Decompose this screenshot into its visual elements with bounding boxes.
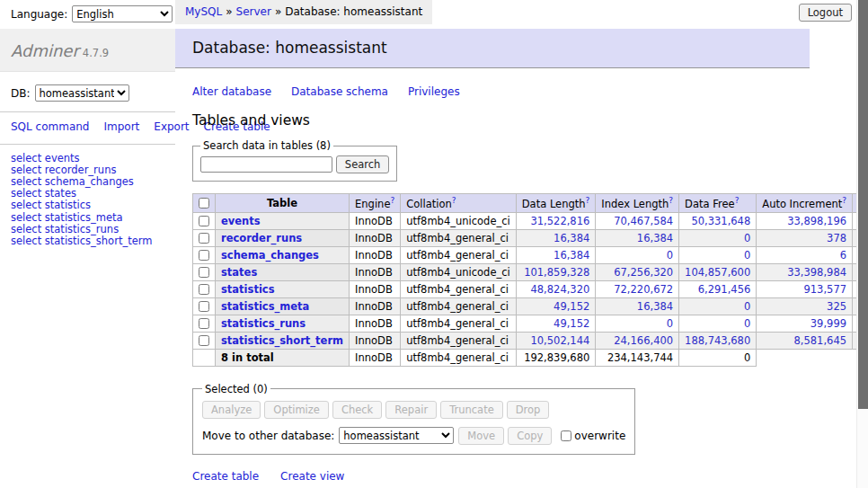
data-length-value[interactable]: 49,152: [554, 300, 589, 313]
row-checkbox-statistics_short_term[interactable]: [199, 335, 209, 346]
index-length-value[interactable]: 0: [667, 317, 673, 330]
table-link-events[interactable]: events: [221, 215, 261, 227]
data-free-value[interactable]: 0: [744, 232, 750, 244]
selected-repair-button: Repair: [385, 401, 437, 419]
column-help-link[interactable]: ?: [586, 196, 590, 205]
breadcrumb-server-link[interactable]: Server: [236, 5, 271, 18]
collation-cell: utf8mb4_general_ci: [401, 297, 517, 315]
select-all-checkbox[interactable]: [199, 198, 209, 209]
table-link-statistics_meta[interactable]: statistics_meta: [221, 300, 309, 313]
data-length-value[interactable]: 10,502,144: [530, 334, 589, 347]
data-length-value[interactable]: 16,384: [554, 249, 589, 262]
search-button[interactable]: Search: [336, 155, 390, 173]
table-link-statistics_runs[interactable]: statistics_runs: [221, 317, 306, 330]
table-name-cell: recorder_runs: [216, 229, 350, 246]
table-link-recorder_runs[interactable]: recorder_runs: [221, 232, 302, 244]
total-index-length-cell: 234,143,744: [596, 349, 679, 366]
table-link-schema_changes[interactable]: schema_changes: [221, 249, 319, 262]
engine-cell: InnoDB: [350, 212, 401, 229]
engine-cell: InnoDB: [350, 297, 401, 315]
index-length-value[interactable]: 67,256,320: [614, 266, 673, 279]
row-checkbox-statistics_meta[interactable]: [199, 301, 209, 312]
row-checkbox-cell: [193, 263, 216, 280]
sidebar-item-select-statistics-meta[interactable]: select statistics_meta: [11, 212, 164, 224]
language-row: Language:English: [0, 0, 175, 22]
data-free-value[interactable]: 188,743,680: [685, 334, 750, 347]
row-checkbox-events[interactable]: [199, 216, 209, 226]
index-length-value[interactable]: 16,384: [637, 300, 673, 313]
auto-increment-cell: 39,999: [757, 315, 853, 332]
language-select[interactable]: English: [72, 5, 173, 22]
auto-increment-value[interactable]: 33,398,984: [787, 266, 846, 279]
breadcrumb-separator: »: [226, 5, 232, 18]
row-checkbox-schema_changes[interactable]: [199, 250, 209, 261]
link-create-table[interactable]: Create table: [192, 470, 259, 483]
data-free-value[interactable]: 0: [744, 317, 750, 330]
table-row-statistics: statisticsInnoDButf8mb4_general_ci48,824…: [193, 280, 868, 297]
index-length-value[interactable]: 24,166,400: [614, 334, 673, 347]
auto-increment-value[interactable]: 378: [827, 232, 846, 244]
row-checkbox-states[interactable]: [199, 267, 209, 278]
data-free-cell: 0: [679, 297, 757, 315]
database-action-links: Alter databaseDatabase schemaPrivileges: [192, 85, 810, 98]
column-help-link[interactable]: ?: [452, 196, 456, 205]
auto-increment-value[interactable]: 8,581,645: [794, 334, 847, 347]
index-length-value[interactable]: 16,384: [637, 232, 673, 244]
move-db-select[interactable]: homeassistant: [339, 427, 454, 444]
link-create-view[interactable]: Create view: [280, 470, 344, 483]
db-link-privileges[interactable]: Privileges: [408, 85, 460, 98]
sidebar-item-select-statistics[interactable]: select statistics: [11, 200, 164, 211]
data-free-value[interactable]: 0: [744, 249, 750, 262]
data-free-value[interactable]: 50,331,648: [691, 215, 750, 227]
data-length-value[interactable]: 49,152: [554, 317, 589, 330]
data-free-cell: 6,291,456: [679, 280, 757, 297]
search-input[interactable]: [200, 156, 332, 173]
table-row-events: eventsInnoDButf8mb4_unicode_ci31,522,816…: [193, 212, 868, 229]
auto-increment-value[interactable]: 39,999: [810, 317, 846, 330]
auto-increment-value[interactable]: 913,577: [803, 283, 846, 296]
index-length-cell: 0: [596, 315, 679, 332]
db-link-alter-database[interactable]: Alter database: [192, 85, 271, 98]
column-help-link[interactable]: ?: [735, 196, 740, 205]
sidebar-link-import[interactable]: Import: [103, 120, 139, 133]
breadcrumb-mysql-link[interactable]: MySQL: [185, 5, 222, 18]
row-checkbox-recorder_runs[interactable]: [199, 233, 209, 244]
scrollbar-thumb[interactable]: [858, 0, 868, 409]
index-length-cell: 0: [596, 246, 679, 263]
column-help-link[interactable]: ?: [390, 196, 394, 205]
data-length-value[interactable]: 31,522,816: [530, 215, 589, 227]
data-free-value[interactable]: 0: [744, 300, 750, 313]
db-link-database-schema[interactable]: Database schema: [291, 85, 388, 98]
table-link-states[interactable]: states: [221, 266, 257, 279]
auto-increment-value[interactable]: 325: [827, 300, 846, 313]
index-length-value[interactable]: 70,467,584: [614, 215, 673, 227]
table-link-statistics[interactable]: statistics: [221, 283, 275, 296]
table-link-statistics_short_term[interactable]: statistics_short_term: [221, 334, 343, 347]
engine-cell: InnoDB: [350, 263, 401, 280]
sidebar-item-select-events[interactable]: select events: [11, 153, 164, 164]
logout-button[interactable]: Logout: [799, 4, 852, 22]
data-length-value[interactable]: 101,859,328: [524, 266, 589, 279]
overwrite-checkbox[interactable]: [561, 430, 571, 441]
row-checkbox-statistics[interactable]: [199, 284, 209, 295]
column-help-link[interactable]: ?: [669, 196, 673, 205]
index-length-value[interactable]: 0: [667, 249, 673, 262]
row-checkbox-statistics_runs[interactable]: [199, 318, 209, 329]
data-free-value[interactable]: 104,857,600: [685, 266, 750, 279]
data-free-value[interactable]: 6,291,456: [698, 283, 751, 296]
scrollbar-track[interactable]: [856, 0, 868, 488]
sidebar-link-sql-command[interactable]: SQL command: [11, 120, 89, 133]
db-label: DB:: [11, 87, 31, 100]
table-name-cell: statistics_meta: [216, 297, 350, 315]
index-length-value[interactable]: 72,220,672: [614, 283, 673, 296]
auto-increment-value[interactable]: 33,898,196: [787, 215, 846, 227]
sidebar-item-select-statistics-short-term[interactable]: select statistics_short_term: [11, 235, 164, 247]
auto-increment-value[interactable]: 6: [840, 249, 846, 262]
data-length-value[interactable]: 16,384: [554, 232, 589, 244]
column-help-link[interactable]: ?: [842, 196, 846, 205]
data-length-cell: 10,502,144: [516, 332, 596, 349]
db-select[interactable]: homeassistant: [35, 84, 129, 102]
data-length-value[interactable]: 48,824,320: [530, 283, 589, 296]
row-checkbox-cell: [193, 246, 216, 263]
table-row-recorder_runs: recorder_runsInnoDButf8mb4_general_ci16,…: [193, 229, 868, 246]
